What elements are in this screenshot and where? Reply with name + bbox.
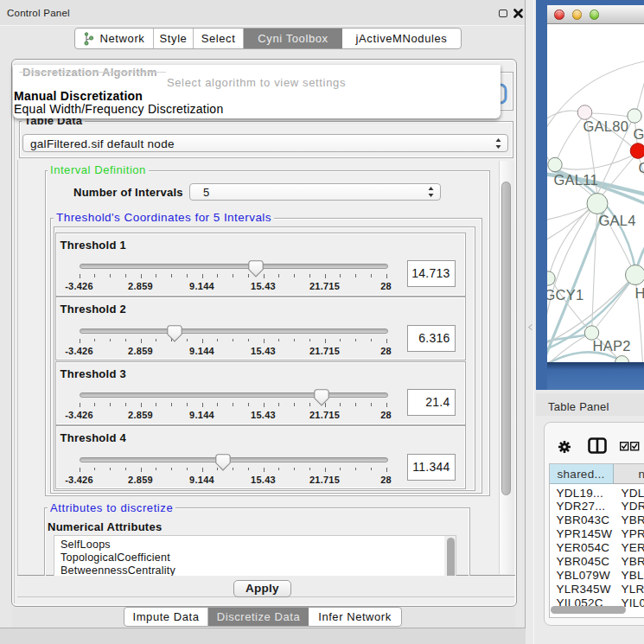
- svg-text:GCY1: GCY1: [547, 287, 583, 303]
- svg-text:HAP2: HAP2: [592, 338, 630, 354]
- svg-text:C: C: [638, 160, 644, 175]
- svg-text:GAL4: GAL4: [598, 213, 635, 228]
- svg-text:GAL11: GAL11: [553, 172, 597, 188]
- svg-text:GAL80: GAL80: [583, 118, 628, 134]
- svg-text:H: H: [634, 285, 644, 301]
- svg-text:GA: GA: [633, 126, 644, 142]
